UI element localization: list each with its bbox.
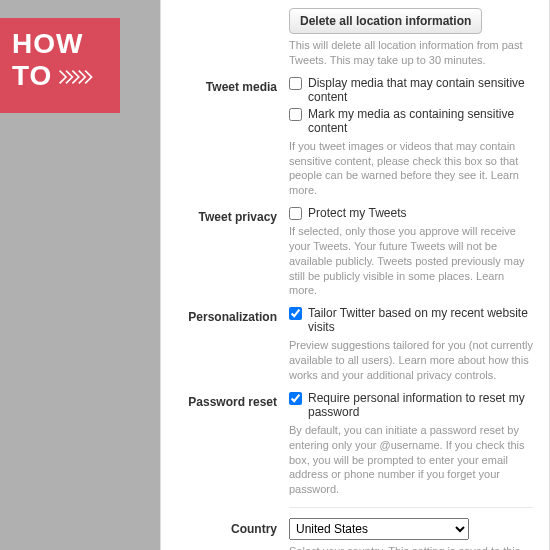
tailor-checkbox[interactable] xyxy=(289,307,302,320)
delete-location-button[interactable]: Delete all location information xyxy=(289,8,482,34)
require-info-checkbox[interactable] xyxy=(289,392,302,405)
divider xyxy=(289,507,533,508)
country-label: Country xyxy=(161,518,289,550)
settings-panel: Delete all location information This wil… xyxy=(160,0,550,550)
tweet-privacy-label: Tweet privacy xyxy=(161,206,289,298)
country-help: Select your country. This setting is sav… xyxy=(289,544,533,550)
mark-sensitive-checkbox[interactable] xyxy=(289,108,302,121)
badge-line2: TO xyxy=(12,60,52,92)
privacy-help: If selected, only those you approve will… xyxy=(289,224,533,298)
tailor-label: Tailor Twitter based on my recent websit… xyxy=(308,306,533,334)
password-reset-label: Password reset xyxy=(161,391,289,497)
media-help: If you tweet images or videos that may c… xyxy=(289,139,533,198)
howto-badge: HOW TO xyxy=(0,18,120,113)
personalization-label: Personalization xyxy=(161,306,289,383)
tweet-media-label: Tweet media xyxy=(161,76,289,198)
personalization-help: Preview suggestions tailored for you (no… xyxy=(289,338,533,383)
display-sensitive-label: Display media that may contain sensitive… xyxy=(308,76,533,104)
require-info-label: Require personal information to reset my… xyxy=(308,391,533,419)
delete-location-help: This will delete all location informatio… xyxy=(289,38,533,68)
badge-line1: HOW xyxy=(12,28,108,60)
protect-tweets-checkbox[interactable] xyxy=(289,207,302,220)
password-help: By default, you can initiate a password … xyxy=(289,423,533,497)
chevrons-icon xyxy=(58,60,96,92)
display-sensitive-checkbox[interactable] xyxy=(289,77,302,90)
country-select[interactable]: United States xyxy=(289,518,469,540)
protect-tweets-label: Protect my Tweets xyxy=(308,206,406,220)
mark-sensitive-label: Mark my media as containing sensitive co… xyxy=(308,107,533,135)
